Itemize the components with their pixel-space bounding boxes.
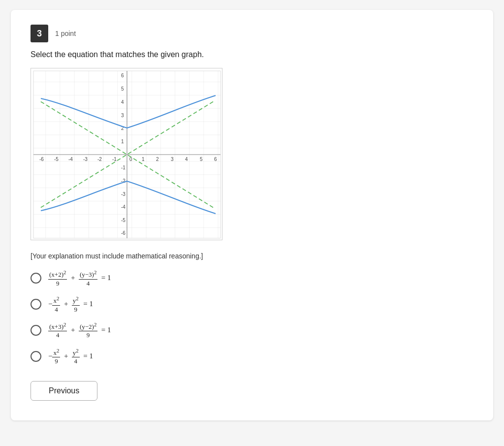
radio-4[interactable]	[31, 351, 41, 362]
question-card: 3 1 point Select the equation that match…	[11, 10, 493, 420]
svg-text:3: 3	[121, 113, 124, 118]
question-header: 3 1 point	[31, 25, 473, 42]
option-2-math: −x24 + y29 = 1	[48, 296, 93, 313]
option-2[interactable]: −x24 + y29 = 1	[31, 296, 473, 313]
option-3-math: (x+3)24 + (y−2)29 = 1	[48, 322, 111, 339]
svg-text:-5: -5	[121, 218, 126, 223]
svg-text:-3: -3	[121, 191, 126, 197]
svg-text:2: 2	[156, 157, 159, 162]
graph-svg: -6 -5 -4 -3 -2 -1 0 1 2 3 4 5 6 6 5 4 3 …	[31, 68, 222, 240]
svg-text:-5: -5	[54, 157, 59, 162]
option-4[interactable]: −x29 + y24 = 1	[31, 348, 473, 365]
radio-3[interactable]	[31, 325, 41, 336]
question-points: 1 point	[55, 30, 76, 37]
svg-text:6: 6	[121, 73, 124, 78]
previous-button[interactable]: Previous	[31, 381, 97, 401]
svg-text:-3: -3	[83, 157, 88, 162]
option-1-math: (x+2)29 + (y−3)24 = 1	[48, 270, 111, 287]
option-4-math: −x29 + y24 = 1	[48, 348, 93, 365]
svg-text:1: 1	[121, 139, 124, 144]
svg-text:-1: -1	[112, 157, 117, 162]
svg-text:6: 6	[214, 157, 217, 162]
svg-text:-6: -6	[121, 230, 126, 236]
svg-text:5: 5	[121, 86, 124, 92]
svg-text:4: 4	[185, 157, 188, 162]
graph-container: -6 -5 -4 -3 -2 -1 0 1 2 3 4 5 6 6 5 4 3 …	[31, 68, 473, 240]
svg-text:3: 3	[171, 157, 174, 162]
svg-text:5: 5	[200, 157, 203, 162]
options-list: (x+2)29 + (y−3)24 = 1 −x24 + y29 = 1 (x+…	[31, 270, 473, 365]
svg-text:-4: -4	[121, 204, 126, 210]
question-text: Select the equation that matches the giv…	[31, 50, 473, 59]
svg-text:4: 4	[121, 99, 124, 105]
svg-text:-1: -1	[121, 165, 126, 170]
explanation-note: [Your explanation must include mathemati…	[31, 252, 473, 260]
option-1[interactable]: (x+2)29 + (y−3)24 = 1	[31, 270, 473, 287]
option-3[interactable]: (x+3)24 + (y−2)29 = 1	[31, 322, 473, 339]
radio-1[interactable]	[31, 273, 41, 284]
radio-2[interactable]	[31, 299, 41, 310]
question-number: 3	[31, 25, 48, 42]
svg-text:1: 1	[142, 157, 145, 162]
svg-text:-6: -6	[39, 157, 44, 162]
svg-text:-4: -4	[68, 157, 73, 162]
svg-text:-2: -2	[97, 157, 102, 162]
